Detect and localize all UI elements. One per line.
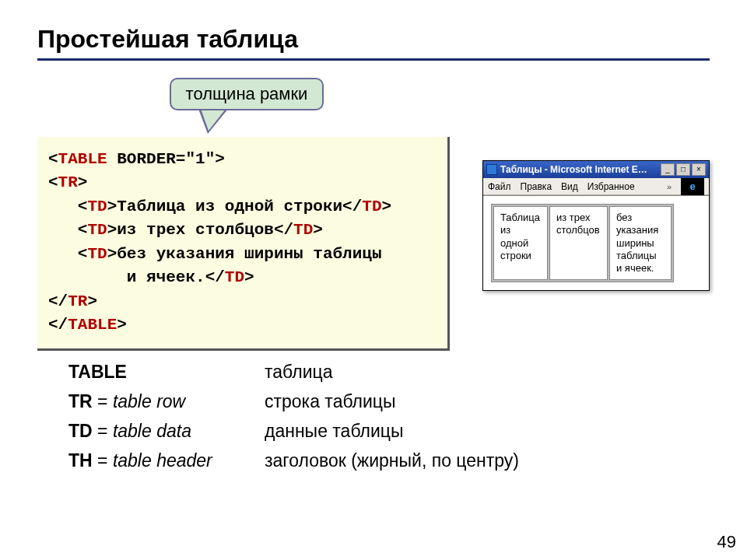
page-title: Простейшая таблица	[37, 25, 710, 54]
definitions-list: TABLE таблица TR = table row строка табл…	[68, 358, 519, 476]
callout-tail	[201, 109, 226, 131]
rendered-table: Таблица из одной строки из трех столбцов…	[491, 204, 674, 282]
menu-favorites[interactable]: Избранное	[587, 181, 635, 192]
window-close-button[interactable]: ×	[692, 163, 706, 176]
menu-more-icon[interactable]: »	[667, 182, 672, 191]
menu-file[interactable]: Файл	[488, 181, 511, 192]
browser-titlebar: Таблицы - Microsoft Internet E… _ □ ×	[483, 161, 709, 178]
code-block: <TABLE BORDER="1"> <TR> <TD>Таблица из о…	[37, 137, 450, 351]
table-cell: без указания ширины таблицы и ячеек.	[609, 206, 672, 280]
definition-row: TR = table row строка таблицы	[68, 387, 519, 417]
menu-edit[interactable]: Правка	[521, 181, 552, 192]
title-rule	[37, 58, 710, 61]
table-cell: Таблица из одной строки	[493, 206, 548, 280]
callout-bubble: толщина рамки	[170, 78, 324, 110]
definition-row: TH = table header заголовок (жирный, по …	[68, 446, 519, 476]
page-number: 49	[717, 532, 736, 552]
menu-view[interactable]: Вид	[561, 181, 578, 192]
ie-icon	[486, 164, 497, 175]
browser-body: Таблица из одной строки из трех столбцов…	[483, 195, 709, 290]
window-maximize-button[interactable]: □	[676, 163, 690, 176]
window-minimize-button[interactable]: _	[661, 163, 675, 176]
browser-menubar: Файл Правка Вид Избранное » e	[483, 178, 709, 195]
table-cell: из трех столбцов	[549, 206, 608, 280]
table-row: Таблица из одной строки из трех столбцов…	[493, 206, 672, 280]
definition-row: TABLE таблица	[68, 358, 519, 387]
browser-title: Таблицы - Microsoft Internet E…	[500, 164, 661, 175]
browser-window: Таблицы - Microsoft Internet E… _ □ × Фа…	[482, 160, 710, 291]
ie-throbber-icon: e	[681, 178, 704, 195]
definition-row: TD = table data данные таблицы	[68, 417, 519, 446]
